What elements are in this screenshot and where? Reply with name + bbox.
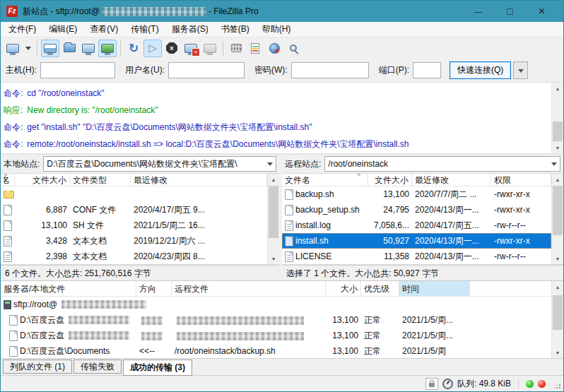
column-header-direction[interactable]: 方向: [136, 281, 172, 296]
directory-filter-button[interactable]: [227, 40, 245, 57]
toggle-local-tree-button[interactable]: [60, 40, 78, 57]
username-input[interactable]: [168, 62, 245, 78]
menu-view[interactable]: 查看(V): [83, 22, 124, 37]
queue-transfer-row[interactable]: D:\百度云盘 13,100 正常 2021/1/5/周...: [1, 328, 551, 343]
queue-header: 服务器/本地文件 方向 远程文件 大小 优先级 时间: [1, 281, 563, 297]
speed-limit-icon[interactable]: [442, 379, 453, 389]
remote-path-combo[interactable]: /root/oneinstack: [324, 156, 560, 172]
tab-queued-files[interactable]: 列队的文件 (1): [3, 360, 72, 374]
local-file-row[interactable]: 2,398 文本文档 2020/4/23/周四 8...: [1, 249, 267, 264]
cancel-operation-button[interactable]: [163, 40, 181, 57]
scrollbar-thumb[interactable]: [553, 186, 563, 235]
remote-file-row[interactable]: LICENSE 11,358 2020/4/13/周一... -rw-r--r-…: [282, 249, 551, 264]
cell-time: 2021/1/5/周...: [399, 314, 470, 326]
cell-size: 2,398: [15, 251, 70, 261]
menu-server[interactable]: 服务器(S): [165, 22, 215, 37]
tab-failed-transfers[interactable]: 传输失败: [74, 360, 122, 374]
menu-transfer[interactable]: 传输(T): [124, 22, 165, 37]
scroll-up-icon[interactable]: [552, 281, 563, 292]
window-controls: [462, 1, 558, 22]
search-files-button[interactable]: [284, 40, 302, 57]
scroll-down-icon[interactable]: [552, 94, 563, 105]
scroll-up-icon[interactable]: [552, 174, 563, 185]
queue-transfer-row[interactable]: D:\百度云盘\Documents <<-- /root/oneinstack/…: [1, 343, 551, 358]
chevron-down-icon[interactable]: [264, 157, 276, 171]
local-path-value: D:\百度云盘\Documents\网站数据文件夹\宝塔配置\: [47, 158, 264, 170]
port-input[interactable]: [413, 62, 441, 78]
column-header-server-local-file[interactable]: 服务器/本地文件: [1, 281, 136, 296]
password-input[interactable]: [291, 62, 369, 78]
log-scrollbar[interactable]: [551, 83, 563, 153]
close-button[interactable]: [526, 1, 558, 22]
column-header-filename[interactable]: 文件名: [282, 174, 368, 186]
local-file-row[interactable]: 13,100 SH 文件 2021/1/5/周二 16...: [1, 218, 267, 233]
tab-successful-transfers[interactable]: 成功的传输 (3): [123, 360, 192, 376]
cell-size: 13,100: [326, 315, 361, 325]
reconnect-button[interactable]: [201, 40, 219, 57]
directory-comparison-button[interactable]: [246, 40, 264, 57]
remote-list-scrollbar[interactable]: [551, 174, 563, 264]
menu-bookmarks[interactable]: 书签(B): [215, 22, 256, 37]
remote-file-row-selected[interactable]: install.sh 50,927 2020/4/13/周一... -rwxr-…: [282, 233, 551, 249]
local-path-combo[interactable]: D:\百度云盘\Documents\网站数据文件夹\宝塔配置\: [43, 156, 276, 172]
queue-rows: sftp://root@ D:\百度云盘 13,100 正常 2021/1/5/…: [1, 297, 551, 358]
column-header-filename[interactable]: 文件名: [1, 174, 15, 186]
remote-file-row[interactable]: install.log 7,058,6... 2020/4/17/周五... -…: [282, 218, 551, 233]
process-queue-button[interactable]: [143, 40, 162, 57]
lock-icon[interactable]: [425, 378, 438, 390]
quickconnect-dropdown-button[interactable]: [513, 61, 528, 79]
remote-file-row[interactable]: backup_setup.sh 24,795 2020/4/13/周一... -…: [282, 202, 551, 218]
column-header-modified[interactable]: 最近修改: [412, 174, 491, 186]
toggle-message-log-button[interactable]: [41, 40, 59, 57]
remote-file-row[interactable]: backup.sh 13,100 2020/7/7/周二 ... -rwxr-x…: [282, 186, 551, 202]
local-file-row[interactable]: 6,887 CONF 文件 2020/4/17/周五 9...: [1, 202, 267, 218]
menu-edit[interactable]: 编辑(E): [42, 22, 83, 37]
chevron-down-icon[interactable]: [548, 157, 560, 171]
host-input[interactable]: [40, 62, 115, 78]
site-manager-dropdown-button[interactable]: [23, 40, 33, 57]
log-line: 命令:get "install.sh" "D:\百度云盘\Documents\网…: [4, 119, 549, 136]
scroll-up-icon[interactable]: [268, 174, 279, 185]
scrollbar-thumb[interactable]: [553, 295, 563, 330]
cell-permissions: -rwxr-xr-x: [491, 236, 551, 246]
column-header-permissions[interactable]: 权限: [491, 174, 551, 186]
minimize-button[interactable]: [462, 1, 494, 22]
menu-help[interactable]: 帮助(H): [256, 22, 298, 37]
refresh-button[interactable]: [124, 40, 143, 57]
app-logo-icon: Fz: [6, 6, 18, 17]
cell-modified: 2020/7/7/周二 ...: [412, 189, 491, 201]
queue-transfer-row[interactable]: D:\百度云盘 13,100 正常 2021/1/5/周...: [1, 312, 551, 328]
toggle-remote-tree-button[interactable]: [79, 40, 98, 57]
log-line-text: remote:/root/oneinstack/install.sh => lo…: [27, 139, 409, 149]
window-title: 新站点 - sftp://root@ - FileZilla Pro: [23, 6, 259, 18]
host-label: 主机(H):: [6, 64, 37, 76]
column-header-filesize[interactable]: 文件大小: [15, 174, 70, 186]
scrollbar-thumb[interactable]: [553, 121, 563, 141]
column-header-filetype[interactable]: 文件类型: [70, 174, 131, 186]
toggle-transfer-queue-button[interactable]: [98, 40, 117, 57]
site-manager-button[interactable]: [4, 40, 22, 57]
column-header-size[interactable]: 大小: [326, 281, 361, 296]
column-header-modified[interactable]: 最近修改: [131, 174, 267, 186]
queue-scrollbar[interactable]: [551, 281, 563, 358]
maximize-button[interactable]: [494, 1, 526, 22]
synchronized-browsing-button[interactable]: [265, 40, 283, 57]
disconnect-button[interactable]: [182, 40, 200, 57]
local-file-row[interactable]: [1, 186, 267, 202]
menu-file[interactable]: 文件(F): [2, 22, 42, 37]
quickconnect-button[interactable]: 快速连接(Q): [450, 61, 511, 79]
column-header-filesize[interactable]: 文件大小: [368, 174, 412, 186]
activity-indicator-green: [526, 380, 534, 388]
queue-server-row[interactable]: sftp://root@: [1, 297, 551, 312]
column-header-priority[interactable]: 优先级: [361, 281, 399, 296]
scroll-up-icon[interactable]: [552, 83, 563, 94]
scrollbar-thumb[interactable]: [269, 186, 278, 238]
play-icon: [148, 42, 157, 54]
resize-grip[interactable]: [553, 381, 562, 390]
column-header-remote-file[interactable]: 远程文件: [172, 281, 326, 296]
local-file-row[interactable]: 3,428 文本文档 2019/12/21/周六 ...: [1, 233, 267, 249]
column-header-time[interactable]: 时间: [399, 281, 470, 296]
file-icon: [9, 346, 18, 357]
local-list-scrollbar[interactable]: [267, 174, 279, 264]
cell-type: 文本文档: [70, 235, 131, 247]
